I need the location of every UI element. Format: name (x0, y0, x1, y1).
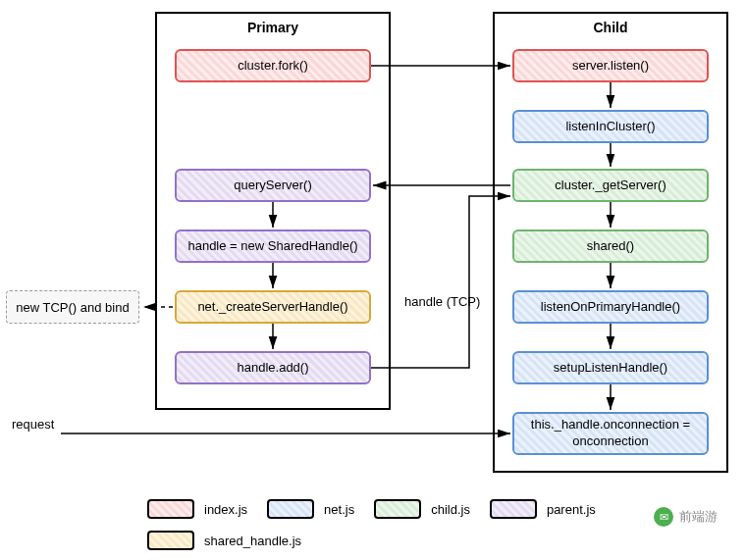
watermark: ✉ 前端游 (654, 507, 718, 527)
node-label: shared() (587, 238, 634, 255)
note-new-tcp: new TCP() and bind (6, 290, 139, 324)
legend-label: index.js (204, 502, 247, 517)
legend: index.js net.js child.js parent.js share… (147, 499, 716, 550)
node-setup-listen-handle: setupListenHandle() (512, 351, 709, 384)
node-handle-add: handle.add() (175, 351, 371, 384)
node-listen-in-cluster: listenInCluster() (512, 110, 709, 143)
node-query-server: queryServer() (175, 169, 371, 202)
node-label: queryServer() (234, 178, 311, 194)
node-label: setupListenHandle() (554, 360, 667, 377)
legend-label: net.js (324, 502, 354, 517)
label-handle-tcp: handle (TCP) (404, 294, 480, 309)
node-label: listenOnPrimaryHandle() (541, 299, 680, 316)
legend-sw-blue (267, 499, 314, 519)
node-listen-on-primary-handle: listenOnPrimaryHandle() (512, 290, 709, 324)
node-label: cluster.fork() (238, 58, 308, 75)
node-get-server: cluster._getServer() (512, 169, 709, 202)
legend-sw-purple (490, 499, 537, 519)
node-label: server.listen() (572, 58, 649, 75)
child-title: Child (495, 20, 726, 35)
legend-sw-green (374, 499, 421, 519)
wechat-icon: ✉ (654, 507, 673, 527)
primary-title: Primary (157, 20, 389, 35)
node-new-shared-handle: handle = new SharedHandle() (175, 229, 371, 263)
node-cluster-fork: cluster.fork() (175, 49, 371, 82)
legend-label: parent.js (547, 502, 596, 517)
edge-label: handle (TCP) (404, 294, 480, 309)
node-server-listen: server.listen() (512, 49, 709, 82)
node-label: this._handle.onconnection = onconnection (520, 417, 701, 450)
node-label: cluster._getServer() (555, 178, 665, 194)
legend-item-child: child.js (374, 499, 470, 519)
legend-item-net: net.js (267, 499, 354, 519)
legend-item-index: index.js (147, 499, 247, 519)
node-label: net._createServerHandle() (197, 299, 347, 316)
label-request: request (12, 417, 54, 432)
node-label: handle.add() (238, 360, 309, 377)
legend-label: shared_handle.js (204, 534, 301, 548)
edge-label: request (12, 417, 54, 432)
node-shared: shared() (512, 229, 709, 263)
note-label: new TCP() and bind (16, 300, 129, 315)
node-label: handle = new SharedHandle() (187, 238, 357, 255)
legend-sw-yellow (147, 531, 194, 550)
legend-item-shared-handle: shared_handle.js (147, 531, 301, 550)
watermark-text: 前端游 (679, 508, 718, 526)
node-label: listenInCluster() (565, 119, 655, 135)
legend-label: child.js (431, 502, 470, 517)
legend-sw-red (147, 499, 194, 519)
legend-item-parent: parent.js (490, 499, 596, 519)
node-onconnection: this._handle.onconnection = onconnection (512, 412, 709, 455)
node-create-server-handle: net._createServerHandle() (175, 290, 371, 324)
